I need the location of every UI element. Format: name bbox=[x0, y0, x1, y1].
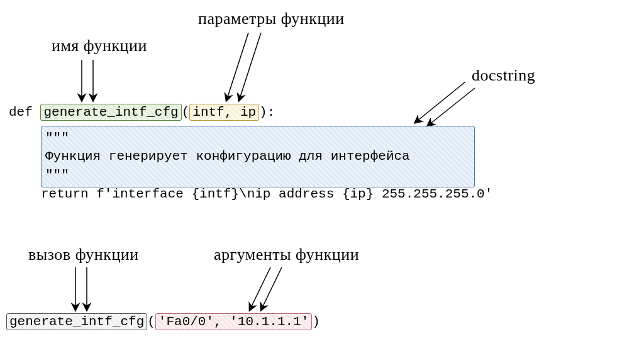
paren-open: ( bbox=[182, 105, 190, 120]
code-return-line: return f'interface {intf}\nip address {i… bbox=[41, 187, 492, 201]
label-docstring: docstring bbox=[472, 66, 535, 85]
docstring-quote-close: """ bbox=[45, 166, 470, 184]
call-paren-close: ) bbox=[312, 314, 320, 329]
label-func-params: параметры функции bbox=[198, 9, 345, 28]
highlight-call-name: generate_intf_cfg bbox=[6, 313, 147, 330]
label-func-call: вызов функции bbox=[28, 245, 139, 264]
docstring-quote-open: """ bbox=[45, 129, 470, 147]
highlight-func-name: generate_intf_cfg bbox=[40, 104, 181, 121]
code-def-line: def generate_intf_cfg(intf, ip): bbox=[9, 104, 275, 121]
label-func-name: имя функции bbox=[52, 36, 147, 55]
call-paren-open: ( bbox=[147, 314, 155, 329]
keyword-def: def bbox=[9, 105, 40, 120]
paren-close-colon: ): bbox=[259, 105, 275, 120]
docstring-text: Функция генерирует конфигурацию для инте… bbox=[45, 147, 470, 165]
code-call-line: generate_intf_cfg('Fa0/0', '10.1.1.1') bbox=[6, 313, 320, 330]
highlight-params: intf, ip bbox=[189, 104, 259, 121]
label-func-args: аргументы функции bbox=[214, 245, 359, 264]
highlight-docstring: """ Функция генерирует конфигурацию для … bbox=[41, 126, 475, 187]
highlight-call-args: 'Fa0/0', '10.1.1.1' bbox=[155, 313, 312, 330]
